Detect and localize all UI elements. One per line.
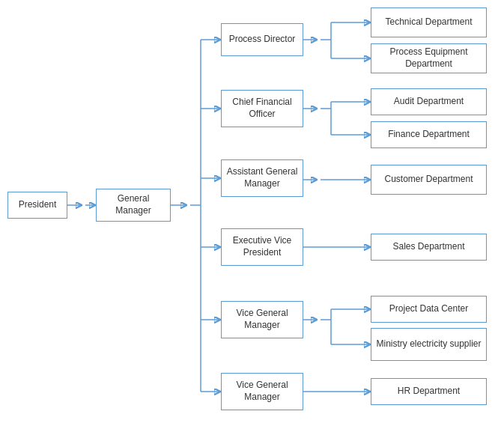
vgm2-node: Vice General Manager [221, 373, 303, 410]
vgm1-node: Vice General Manager [221, 301, 303, 338]
technical-dept-node: Technical Department [371, 7, 487, 37]
process-director-node: Process Director [221, 23, 303, 56]
audit-dept-node: Audit Department [371, 88, 487, 115]
process-equip-node: Process Equipment Department [371, 43, 487, 73]
exec-vp-node: Executive Vice President [221, 228, 303, 266]
hr-dept-node: HR Department [371, 378, 487, 405]
president-node: President [7, 192, 67, 219]
customer-dept-node: Customer Department [371, 165, 487, 195]
ministry-elec-node: Ministry electricity supplier [371, 328, 487, 361]
org-chart: President General Manager Process Direct… [0, 0, 504, 438]
sales-dept-node: Sales Department [371, 234, 487, 261]
project-dc-node: Project Data Center [371, 296, 487, 323]
finance-dept-node: Finance Department [371, 121, 487, 148]
general-manager-node: General Manager [96, 189, 171, 222]
cfo-node: Chief Financial Officer [221, 90, 303, 127]
assistant-gm-node: Assistant General Manager [221, 159, 303, 197]
